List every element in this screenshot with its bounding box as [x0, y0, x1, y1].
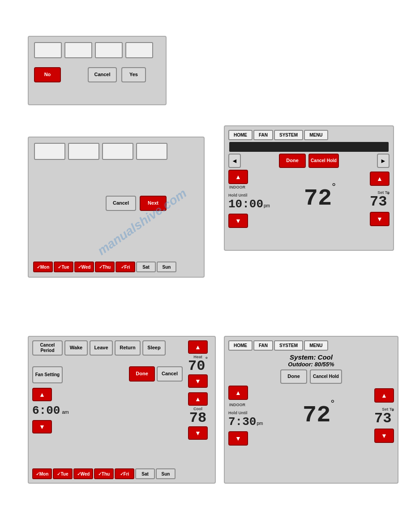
panel4-fan-setting-btn[interactable]: Fan Setting — [32, 366, 63, 383]
panel-5: HOME FAN SYSTEM MENU System: Cool Outdoo… — [224, 336, 398, 484]
panel4-cancel-period-btn[interactable]: Cancel Period — [32, 340, 63, 356]
panel4-day-tue[interactable]: ✓Tue — [53, 468, 73, 479]
panel3-done-btn[interactable]: Done — [279, 154, 306, 168]
panel4-leave-btn[interactable]: Leave — [90, 340, 113, 356]
panel2-btn1[interactable] — [34, 143, 65, 160]
panel5-system-cool-label: System: Cool — [228, 353, 394, 361]
panel5-system-btn[interactable]: SYSTEM — [274, 340, 303, 351]
day-mon[interactable]: ✓Mon — [33, 262, 53, 272]
panel4-cool-temp: 78 — [189, 411, 206, 425]
panel-4: Cancel Period Wake Leave Return Sleep Fa… — [28, 336, 216, 484]
panel5-outdoor-label: Outdoor: 80/55% — [228, 361, 394, 368]
panel-1: No Cancel Yes — [28, 36, 167, 105]
panel3-set-down-btn[interactable]: ▼ — [370, 212, 390, 226]
panel4-day-thu[interactable]: ✓Thu — [94, 468, 114, 479]
panel4-time-ampm: am — [62, 409, 68, 415]
day-fri[interactable]: ✓Fri — [116, 262, 135, 272]
panel3-fan-btn[interactable]: FAN — [253, 130, 273, 140]
panel3-current-temp: 72 — [304, 187, 332, 210]
panel4-heat-down-btn[interactable]: ▼ — [188, 374, 208, 388]
panel4-cancel-btn[interactable]: Cancel — [157, 366, 183, 382]
panel-3: HOME FAN SYSTEM MENU ◄ Done Cancel Hold … — [224, 125, 394, 251]
panel3-hold-until-label: Hold Until — [228, 193, 270, 197]
panel1-btn1[interactable] — [34, 42, 62, 58]
panel5-current-temp: 72 — [303, 404, 330, 427]
panel5-set-up-btn[interactable]: ▲ — [374, 388, 394, 403]
panel1-btn2[interactable] — [64, 42, 92, 58]
panel3-prev-btn[interactable]: ◄ — [228, 154, 241, 168]
panel5-set-temp: 73 — [374, 412, 391, 426]
panel3-display-bar — [229, 142, 389, 152]
panel4-wake-btn[interactable]: Wake — [64, 340, 88, 356]
panel5-hold-ampm: pm — [257, 421, 263, 426]
panel2-next-button[interactable]: Next — [140, 196, 167, 211]
panel1-btn3[interactable] — [95, 42, 123, 58]
panel4-day-fri[interactable]: ✓Fri — [115, 468, 134, 479]
panel4-day-sat[interactable]: Sat — [135, 468, 155, 479]
panel3-home-btn[interactable]: HOME — [228, 130, 253, 140]
panel3-menu-btn[interactable]: MENU — [304, 130, 328, 140]
panel4-day-mon[interactable]: ✓Mon — [32, 468, 52, 479]
panel5-indoor-label: INDOOR — [229, 403, 245, 407]
panel4-return-btn[interactable]: Return — [115, 340, 141, 356]
panel4-heat-temp: 70 — [188, 359, 205, 373]
panel3-set-temp: 73 — [370, 195, 387, 209]
panel3-system-btn[interactable]: SYSTEM — [274, 130, 303, 140]
cancel-button[interactable]: Cancel — [88, 67, 117, 82]
panel3-cancel-hold-btn[interactable]: Cancel Hold — [308, 154, 339, 168]
panel4-time: 6:00 — [32, 404, 60, 417]
panel5-done-btn[interactable]: Done — [280, 369, 307, 384]
panel5-up-btn[interactable]: ▲ — [228, 386, 248, 400]
panel5-hold-until-label: Hold Until — [228, 411, 263, 415]
panel2-btn2[interactable] — [68, 143, 99, 160]
panel4-day-wed[interactable]: ✓Wed — [73, 468, 93, 479]
panel5-menu-btn[interactable]: MENU — [304, 340, 328, 351]
panel-2: Cancel Next ✓Mon ✓Tue ✓Wed ✓Thu ✓Fri Sat… — [28, 137, 205, 278]
panel3-hold-time: 10:00 — [228, 197, 263, 211]
panel3-up-btn[interactable]: ▲ — [228, 170, 248, 184]
panel5-fan-btn[interactable]: FAN — [253, 340, 273, 351]
panel4-sleep-btn[interactable]: Sleep — [142, 340, 166, 356]
panel3-next-btn[interactable]: ► — [377, 154, 390, 168]
panel5-set-down-btn[interactable]: ▼ — [374, 429, 394, 443]
panel4-cool-up-btn[interactable]: ▲ — [188, 392, 208, 406]
panel3-hold-ampm: pm — [264, 203, 270, 208]
yes-button[interactable]: Yes — [121, 67, 146, 82]
day-wed[interactable]: ✓Wed — [74, 262, 94, 272]
panel4-cool-down-btn[interactable]: ▼ — [188, 426, 208, 440]
panel3-down-btn[interactable]: ▼ — [228, 214, 248, 228]
day-sat[interactable]: Sat — [136, 262, 156, 272]
panel5-hold-time: 7:30 — [228, 415, 256, 429]
panel5-down-btn[interactable]: ▼ — [228, 431, 248, 446]
panel2-cancel-button[interactable]: Cancel — [106, 196, 136, 211]
panel4-time-down-btn[interactable]: ▼ — [32, 420, 52, 433]
panel5-home-btn[interactable]: HOME — [228, 340, 253, 351]
panel2-btn4[interactable] — [136, 143, 167, 160]
panel3-set-up-btn[interactable]: ▲ — [370, 172, 390, 186]
panel5-cancel-hold-btn[interactable]: Cancel Hold — [310, 369, 342, 384]
panel1-btn4[interactable] — [125, 42, 153, 58]
panel4-day-sun[interactable]: Sun — [156, 468, 176, 479]
panel3-indoor-label: INDOOR — [229, 185, 245, 189]
panel4-done-btn[interactable]: Done — [129, 366, 155, 382]
no-button[interactable]: No — [34, 67, 61, 82]
day-sun[interactable]: Sun — [157, 262, 176, 272]
panel4-heat-up-btn[interactable]: ▲ — [188, 340, 208, 354]
day-thu[interactable]: ✓Thu — [95, 262, 115, 272]
day-tue[interactable]: ✓Tue — [54, 262, 73, 272]
panel2-btn3[interactable] — [102, 143, 133, 160]
panel4-time-up-btn[interactable]: ▲ — [32, 388, 52, 401]
